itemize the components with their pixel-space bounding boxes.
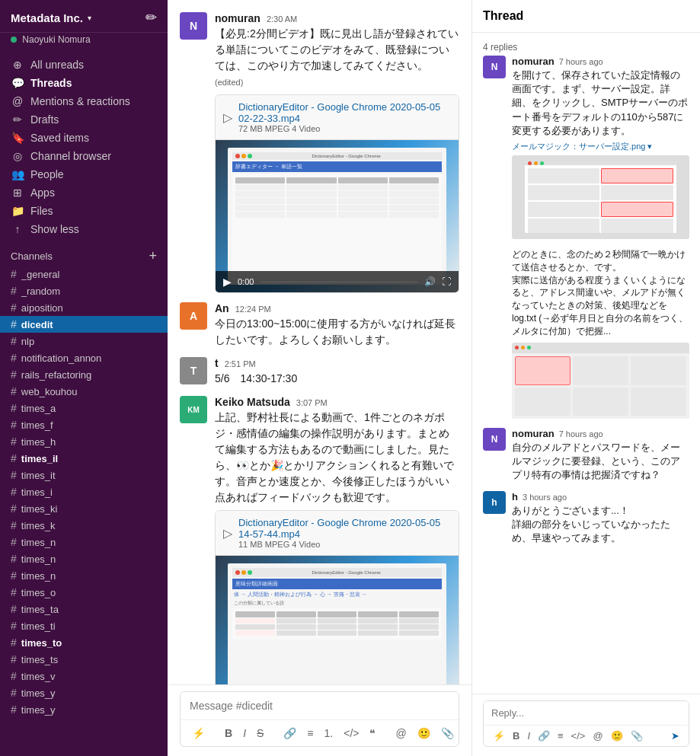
image-caption[interactable]: メールマジック：サーバー設定.png ▾ <box>512 141 689 152</box>
code-button[interactable]: </> <box>340 725 363 742</box>
channel-item-notification[interactable]: # notification_annon <box>0 349 168 366</box>
close-dot <box>235 154 240 158</box>
message-input[interactable] <box>181 692 459 719</box>
thread-reply-field[interactable] <box>484 701 689 725</box>
channel-name-label: _general <box>21 269 60 280</box>
breadcrumb-nav: 体 → 人間活動・精神および行為 → 心 → 苦痛・悲哀 → <box>232 591 442 598</box>
file-header: ▷ DictionaryEditor - Google Chrome 2020-… <box>216 511 459 556</box>
channel-item-times-n2[interactable]: # times_n <box>0 550 168 567</box>
thread-emoji-btn[interactable]: 🙂 <box>608 729 626 743</box>
sidebar-item-drafts[interactable]: ✏ Drafts <box>0 110 168 129</box>
file-size: 72 MB MPEG 4 Video <box>238 124 451 133</box>
input-toolbar: ⚡ B I S 🔗 ≡ 1. </> ❝ @ 🙂 📎 <box>181 719 459 746</box>
sidebar-item-saved[interactable]: 🔖 Saved items <box>0 129 168 147</box>
channel-item-times-il[interactable]: # times_il <box>0 450 168 467</box>
lightning-button[interactable]: ⚡ <box>188 725 209 742</box>
channel-item-nlp[interactable]: # nlp <box>0 333 168 349</box>
video-controls: ▶ 0:00 🔊 ⛶ <box>216 271 459 292</box>
channel-item-times-v[interactable]: # times_v <box>0 668 168 684</box>
thread-message-item: どのときに、念のため２秒間隔で一晩かけて送信させるとか、です。実際に送信がある程… <box>483 248 689 419</box>
message-header: nomuran 2:30 AM <box>215 12 459 24</box>
channel-item-times-ts[interactable]: # times_ts <box>0 651 168 668</box>
sidebar-item-channel-browser[interactable]: ◎ Channel browser <box>0 147 168 165</box>
thread-send-btn[interactable]: ➤ <box>668 729 682 743</box>
channels-section-header[interactable]: Channels + <box>0 243 168 266</box>
thread-lightning-btn[interactable]: ⚡ <box>490 729 508 743</box>
sidebar-item-threads[interactable]: 💬 Threads <box>0 74 168 92</box>
fullscreen-button[interactable]: ⛶ <box>442 276 451 287</box>
thread-msg-text: 自分のメルアドとパスワードを、メールマジックに要登録、という、このアプリ特有の事… <box>512 441 689 483</box>
sidebar-item-people[interactable]: 👥 People <box>0 165 168 183</box>
table-row <box>235 624 439 630</box>
channel-item-times-f[interactable]: # times_f <box>0 416 168 433</box>
message-item: KM Keiko Matsuda 3:07 PM 上記、野村社長による動画で、1… <box>168 393 471 684</box>
ordered-list-button[interactable]: 1. <box>321 725 337 742</box>
thread-at-btn[interactable]: @ <box>590 729 606 743</box>
compose-button[interactable]: ✏ <box>145 9 157 26</box>
attachment-button[interactable]: 📎 <box>437 725 458 742</box>
thread-attach-btn[interactable]: 📎 <box>628 729 646 743</box>
channel-item-web[interactable]: # web_kouhou <box>0 383 168 400</box>
channel-item-times-ta[interactable]: # times_ta <box>0 601 168 617</box>
sidebar-item-files[interactable]: 📁 Files <box>0 202 168 220</box>
grid-cell <box>515 388 571 416</box>
thread-link-btn[interactable]: 🔗 <box>535 729 553 743</box>
channel-name-label: times_h <box>21 436 56 448</box>
channel-item-random[interactable]: # _random <box>0 282 168 299</box>
progress-bar[interactable] <box>260 281 418 283</box>
online-indicator <box>11 37 17 43</box>
sidebar-item-show-less[interactable]: ↑ Show less <box>0 220 168 238</box>
message-body: nomuran 2:30 AM 【必見:2分間ビデオ】既に見出し語が登録されてい… <box>215 12 459 293</box>
channel-item-general[interactable]: # _general <box>0 266 168 282</box>
channel-item-times-ki[interactable]: # times_ki <box>0 500 168 517</box>
thread-msg-text: ありがとうございます...！詳細の部分をいじっていなかったため、早速やってみます… <box>512 504 689 546</box>
quote-button[interactable]: ❝ <box>366 725 379 742</box>
channel-item-times-k[interactable]: # times_k <box>0 517 168 534</box>
italic-button[interactable]: I <box>239 725 250 742</box>
workspace-info[interactable]: Metadata Inc. ▾ <box>11 11 91 24</box>
channel-item-times-y2[interactable]: # times_y <box>0 701 168 718</box>
sidebar-item-apps[interactable]: ⊞ Apps <box>0 183 168 202</box>
file-name[interactable]: DictionaryEditor - Google Chrome 2020-05… <box>238 517 451 540</box>
video-player-2[interactable]: DictionaryEditor - Google Chrome 意味分類詳細画… <box>216 556 459 684</box>
file-name[interactable]: DictionaryEditor - Google Chrome 2020-05… <box>238 101 451 124</box>
channel-item-dicedit[interactable]: # dicedit <box>0 316 168 333</box>
channel-item-times-h[interactable]: # times_h <box>0 433 168 450</box>
thread-code-btn[interactable]: </> <box>568 729 589 743</box>
play-button[interactable]: ▶ <box>223 276 232 288</box>
channel-item-times-n1[interactable]: # times_n <box>0 534 168 550</box>
sidebar-item-label: Apps <box>30 187 55 199</box>
channel-item-rails[interactable]: # rails_refactoring <box>0 366 168 383</box>
channel-item-times-to[interactable]: # times_to <box>0 634 168 651</box>
thread-message-item: h h 3 hours ago ありがとうございます...！詳細の部分をいじって… <box>483 491 689 546</box>
hash-icon: # <box>11 268 17 280</box>
channel-item-times-ti[interactable]: # times_ti <box>0 617 168 634</box>
hash-icon: # <box>11 452 17 464</box>
strikethrough-button[interactable]: S <box>253 725 267 742</box>
emoji-button[interactable]: 🙂 <box>414 725 434 742</box>
at-button[interactable]: @ <box>392 725 410 742</box>
link-button[interactable]: 🔗 <box>280 725 300 742</box>
channel-item-times-o[interactable]: # times_o <box>0 584 168 601</box>
thread-list-btn[interactable]: ≡ <box>555 729 567 743</box>
channel-item-times-y1[interactable]: # times_y <box>0 684 168 701</box>
min-dot <box>241 154 246 158</box>
channel-item-times-it[interactable]: # times_it <box>0 467 168 483</box>
channel-item-times-a[interactable]: # times_a <box>0 400 168 416</box>
thread-image-preview <box>512 155 689 239</box>
bold-button[interactable]: B <box>221 725 236 742</box>
video-player[interactable]: DictionaryEditor - Google Chrome 辞書エディター… <box>216 140 459 292</box>
time-current: 0:00 <box>238 277 254 286</box>
channel-item-times-i2[interactable]: # times_i <box>0 483 168 500</box>
sidebar-item-all-unreads[interactable]: ⊕ All unreads <box>0 56 168 74</box>
sidebar-item-mentions[interactable]: @ Mentions & reactions <box>0 92 168 110</box>
channel-item-aiposition[interactable]: # aiposition <box>0 299 168 316</box>
volume-button[interactable]: 🔊 <box>424 276 436 287</box>
channel-item-times-n3[interactable]: # times_n <box>0 567 168 584</box>
channel-browser-icon: ◎ <box>11 150 24 162</box>
thread-italic-btn[interactable]: I <box>524 729 533 743</box>
add-channel-button[interactable]: + <box>149 249 157 263</box>
channel-name-label: nlp <box>21 336 34 347</box>
thread-bold-btn[interactable]: B <box>510 729 523 743</box>
list-button[interactable]: ≡ <box>303 725 317 742</box>
